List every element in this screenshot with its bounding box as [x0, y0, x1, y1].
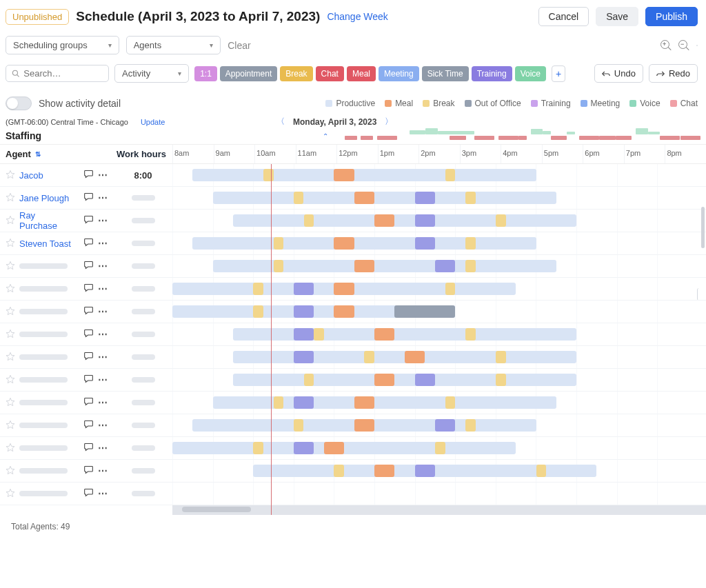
star-icon[interactable] — [6, 170, 15, 181]
timeline[interactable] — [172, 301, 698, 323]
star-icon[interactable] — [6, 488, 15, 500]
activity-tag-chat[interactable]: Chat — [316, 66, 344, 81]
timeline[interactable] — [172, 483, 698, 505]
timeline[interactable] — [172, 437, 698, 459]
scheduling-groups-select[interactable]: Scheduling groups ▾ — [6, 36, 119, 54]
segment-prod[interactable] — [192, 169, 536, 181]
clear-filters-link[interactable]: Clear — [228, 40, 250, 51]
segment-break[interactable] — [465, 237, 476, 250]
activity-tag-voice[interactable]: Voice — [515, 66, 546, 81]
star-icon[interactable] — [6, 443, 15, 454]
activity-tag-training[interactable]: Training — [472, 66, 512, 81]
agent-name-link[interactable]: Jane Plough — [19, 193, 69, 203]
timeline[interactable] — [172, 323, 698, 345]
segment-meal[interactable] — [374, 214, 394, 227]
segment-break[interactable] — [536, 465, 547, 477]
segment-break[interactable] — [294, 419, 304, 432]
comment-icon[interactable] — [83, 237, 94, 250]
segment-meal[interactable] — [374, 465, 394, 477]
activity-tag-break[interactable]: Break — [280, 66, 312, 81]
segment-break[interactable] — [304, 374, 314, 386]
zoom-in-icon[interactable]: + — [660, 40, 672, 51]
star-icon[interactable] — [6, 283, 15, 295]
segment-break[interactable] — [465, 328, 476, 341]
segment-meeting[interactable] — [294, 283, 314, 295]
publish-button[interactable]: Publish — [645, 7, 698, 26]
segment-meeting[interactable] — [415, 465, 435, 477]
segment-meeting[interactable] — [435, 419, 455, 432]
segment-break[interactable] — [445, 396, 456, 409]
segment-meal[interactable] — [374, 374, 394, 386]
star-icon[interactable] — [6, 238, 15, 250]
segment-break[interactable] — [445, 283, 456, 295]
segment-break[interactable] — [465, 260, 476, 272]
segment-meeting[interactable] — [415, 192, 435, 204]
segment-meal[interactable] — [354, 192, 374, 204]
agents-select[interactable]: Agents ▾ — [126, 36, 221, 54]
segment-meeting[interactable] — [415, 214, 435, 227]
agent-name-link[interactable]: Ray Purchase — [19, 210, 75, 231]
segment-break[interactable] — [465, 419, 476, 432]
activity-tag-1-1[interactable]: 1:1 — [194, 66, 217, 81]
star-icon[interactable] — [6, 215, 15, 227]
comment-icon[interactable] — [83, 260, 94, 272]
segment-oof[interactable] — [394, 305, 455, 318]
segment-meal[interactable] — [354, 260, 374, 272]
horizontal-scroll-thumb[interactable] — [182, 507, 251, 512]
segment-break[interactable] — [274, 260, 284, 272]
comment-icon[interactable] — [83, 305, 94, 318]
segment-break[interactable] — [334, 465, 344, 477]
timeline[interactable] — [172, 278, 698, 300]
agent-name-link[interactable]: Steven Toast — [19, 239, 71, 249]
segment-break[interactable] — [496, 374, 506, 386]
segment-meeting[interactable] — [415, 374, 435, 386]
agent-name-link[interactable]: Jacob — [19, 170, 43, 181]
segment-meeting[interactable] — [294, 396, 314, 409]
timeline[interactable] — [172, 414, 698, 436]
segment-meeting[interactable] — [415, 237, 435, 250]
horizontal-scrollbar[interactable] — [172, 505, 706, 515]
timezone-update-link[interactable]: Update — [141, 118, 165, 126]
segment-break[interactable] — [465, 192, 476, 204]
activity-select[interactable]: Activity ▾ — [114, 64, 189, 83]
segment-meeting[interactable] — [294, 351, 314, 363]
segment-meeting[interactable] — [294, 328, 314, 341]
save-button[interactable]: Save — [596, 7, 638, 26]
vertical-scrollbar[interactable] — [701, 207, 705, 248]
comment-icon[interactable] — [83, 465, 94, 477]
segment-prod[interactable] — [233, 214, 576, 227]
segment-break[interactable] — [364, 351, 374, 363]
segment-meal[interactable] — [374, 328, 394, 341]
segment-break[interactable] — [294, 192, 304, 204]
segment-prod[interactable] — [213, 260, 556, 272]
segment-prod[interactable] — [213, 192, 556, 204]
segment-prod[interactable] — [192, 237, 536, 250]
star-icon[interactable] — [6, 465, 15, 477]
timeline[interactable] — [172, 232, 698, 254]
segment-prod[interactable] — [172, 442, 516, 454]
comment-icon[interactable] — [83, 487, 94, 500]
timeline[interactable] — [172, 187, 698, 209]
segment-prod[interactable] — [213, 396, 556, 409]
comment-icon[interactable] — [83, 351, 94, 363]
star-icon[interactable] — [6, 352, 15, 363]
star-icon[interactable] — [6, 397, 15, 409]
search-input[interactable] — [23, 68, 103, 79]
comment-icon[interactable] — [83, 192, 94, 204]
segment-break[interactable] — [496, 351, 506, 363]
segment-break[interactable] — [304, 214, 314, 227]
redo-button[interactable]: Redo — [649, 64, 698, 83]
comment-icon[interactable] — [83, 419, 94, 432]
segment-meal[interactable] — [405, 351, 425, 363]
segment-prod[interactable] — [233, 374, 576, 386]
activity-tag-meal[interactable]: Meal — [347, 66, 376, 81]
segment-break[interactable] — [314, 328, 324, 341]
segment-break[interactable] — [263, 169, 274, 181]
timeline[interactable] — [172, 210, 698, 232]
segment-meal[interactable] — [354, 419, 374, 432]
comment-icon[interactable] — [83, 214, 94, 227]
comment-icon[interactable] — [83, 328, 94, 341]
timeline[interactable] — [172, 346, 698, 368]
segment-meeting[interactable] — [294, 442, 314, 454]
segment-break[interactable] — [435, 442, 445, 454]
